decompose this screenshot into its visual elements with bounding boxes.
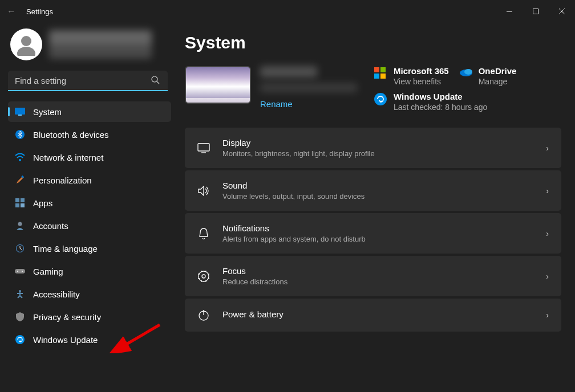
nav-item-windows-update[interactable]: Windows Update bbox=[8, 329, 171, 350]
bluetooth-icon bbox=[15, 129, 25, 140]
nav-label: Windows Update bbox=[33, 335, 98, 345]
power-icon bbox=[197, 309, 210, 321]
update-icon bbox=[15, 334, 25, 345]
nav-label: Bluetooth & devices bbox=[33, 130, 109, 140]
card-windows-update[interactable]: Windows Update Last checked: 8 hours ago bbox=[374, 92, 487, 112]
chevron-right-icon: › bbox=[546, 229, 549, 238]
nav-item-accessibility[interactable]: Accessibility bbox=[8, 284, 171, 304]
bell-icon bbox=[197, 227, 210, 240]
svg-rect-13 bbox=[15, 198, 19, 202]
rename-link[interactable]: Rename bbox=[260, 99, 357, 109]
card-title: OneDrive bbox=[479, 66, 517, 76]
setting-sub: Monitors, brightness, night light, displ… bbox=[222, 149, 533, 158]
setting-sub: Volume levels, output, input, sound devi… bbox=[222, 192, 533, 201]
device-sub-redacted bbox=[260, 83, 357, 92]
svg-rect-9 bbox=[18, 115, 22, 116]
svg-point-36 bbox=[199, 271, 209, 281]
setting-display[interactable]: DisplayMonitors, brightness, night light… bbox=[185, 128, 561, 168]
card-onedrive[interactable]: OneDrive Manage bbox=[459, 66, 533, 86]
nav-item-network[interactable]: Network & internet bbox=[8, 147, 171, 168]
setting-title: Focus bbox=[222, 266, 533, 276]
svg-point-25 bbox=[19, 290, 21, 292]
card-sub: View benefits bbox=[394, 77, 449, 86]
nav-list: System Bluetooth & devices Network & int… bbox=[8, 101, 171, 350]
svg-point-6 bbox=[152, 76, 157, 82]
accessibility-icon bbox=[15, 289, 25, 299]
svg-rect-1 bbox=[533, 9, 538, 14]
svg-point-33 bbox=[374, 93, 387, 105]
device-info: Rename bbox=[185, 66, 357, 109]
sidebar: System Bluetooth & devices Network & int… bbox=[0, 23, 177, 392]
display-icon bbox=[197, 142, 210, 154]
minimize-button[interactable] bbox=[496, 0, 523, 23]
nav-label: Apps bbox=[33, 198, 52, 208]
svg-rect-15 bbox=[15, 203, 19, 207]
user-name-redacted bbox=[49, 30, 152, 59]
shield-icon bbox=[15, 312, 25, 322]
nav-item-system[interactable]: System bbox=[8, 101, 171, 122]
nav-item-bluetooth[interactable]: Bluetooth & devices bbox=[8, 124, 171, 145]
svg-point-17 bbox=[18, 222, 22, 226]
chevron-right-icon: › bbox=[546, 311, 549, 320]
apps-icon bbox=[15, 198, 25, 208]
ms365-icon bbox=[374, 67, 387, 80]
accounts-icon bbox=[15, 220, 25, 231]
onedrive-icon bbox=[459, 67, 472, 80]
maximize-button[interactable] bbox=[523, 0, 549, 23]
svg-rect-30 bbox=[380, 74, 386, 79]
nav-label: System bbox=[33, 107, 62, 117]
page-title: System bbox=[185, 33, 561, 52]
nav-item-gaming[interactable]: Gaming bbox=[8, 261, 171, 281]
svg-line-7 bbox=[157, 81, 159, 84]
setting-title: Sound bbox=[222, 181, 533, 190]
setting-power[interactable]: Power & battery › bbox=[185, 299, 561, 332]
chevron-right-icon: › bbox=[546, 186, 549, 195]
setting-title: Power & battery bbox=[222, 309, 533, 319]
setting-title: Display bbox=[222, 138, 533, 148]
chevron-right-icon: › bbox=[546, 272, 549, 281]
settings-list: DisplayMonitors, brightness, night light… bbox=[185, 128, 561, 332]
device-name-redacted bbox=[260, 66, 317, 77]
svg-point-26 bbox=[15, 335, 25, 344]
svg-point-11 bbox=[19, 159, 21, 161]
nav-item-accounts[interactable]: Accounts bbox=[8, 215, 171, 236]
setting-sub: Alerts from apps and system, do not dist… bbox=[222, 235, 533, 243]
main-content: System Rename Microsoft 365 View benefit… bbox=[177, 23, 575, 392]
nav-item-privacy[interactable]: Privacy & security bbox=[8, 307, 171, 327]
svg-rect-34 bbox=[198, 144, 209, 151]
svg-point-5 bbox=[17, 47, 35, 56]
back-icon[interactable]: ← bbox=[7, 6, 16, 17]
sound-icon bbox=[197, 185, 210, 197]
nav-label: Privacy & security bbox=[33, 312, 101, 322]
titlebar: ← Settings bbox=[0, 0, 575, 23]
nav-label: Time & language bbox=[33, 244, 98, 254]
nav-item-apps[interactable]: Apps bbox=[8, 193, 171, 213]
search-input[interactable] bbox=[8, 71, 168, 91]
card-title: Microsoft 365 bbox=[394, 66, 449, 76]
brush-icon bbox=[15, 175, 25, 185]
nav-label: Accounts bbox=[33, 221, 68, 231]
user-profile[interactable] bbox=[8, 28, 171, 60]
svg-point-4 bbox=[21, 36, 31, 46]
avatar bbox=[10, 28, 42, 60]
wifi-icon bbox=[15, 152, 25, 162]
setting-title: Notifications bbox=[222, 223, 533, 233]
card-title: Windows Update bbox=[394, 92, 487, 101]
setting-focus[interactable]: FocusReduce distractions › bbox=[185, 256, 561, 296]
svg-rect-8 bbox=[15, 108, 25, 115]
card-microsoft365[interactable]: Microsoft 365 View benefits bbox=[374, 66, 449, 86]
setting-sound[interactable]: SoundVolume levels, output, input, sound… bbox=[185, 170, 561, 211]
clock-icon bbox=[15, 243, 25, 254]
nav-item-personalization[interactable]: Personalization bbox=[8, 170, 171, 190]
svg-rect-29 bbox=[374, 74, 379, 79]
close-button[interactable] bbox=[549, 0, 575, 23]
nav-item-time-language[interactable]: Time & language bbox=[8, 238, 171, 259]
svg-rect-22 bbox=[15, 269, 25, 273]
nav-label: Network & internet bbox=[33, 153, 103, 162]
svg-point-23 bbox=[17, 271, 18, 272]
nav-label: Accessibility bbox=[33, 289, 80, 299]
focus-icon bbox=[197, 270, 210, 283]
svg-rect-28 bbox=[380, 67, 386, 72]
setting-notifications[interactable]: NotificationsAlerts from apps and system… bbox=[185, 213, 561, 254]
gaming-icon bbox=[15, 266, 25, 276]
